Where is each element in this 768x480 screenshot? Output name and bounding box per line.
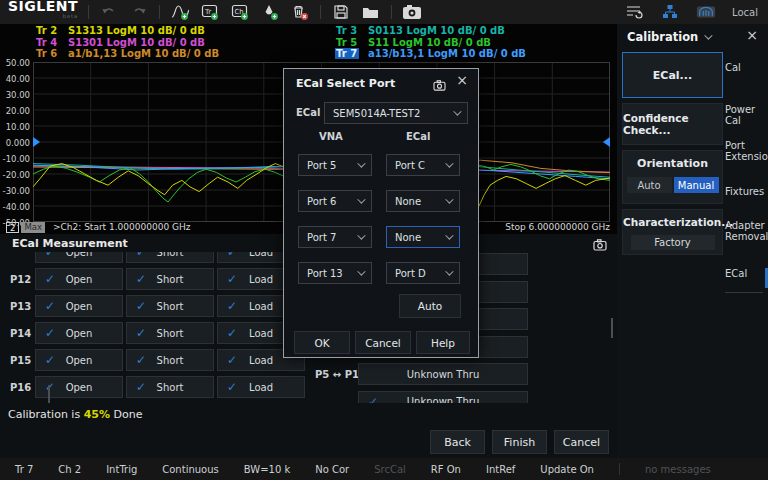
cal-standard-button-open[interactable]: ✓Open [35, 295, 123, 317]
status-item-tr-7[interactable]: Tr 7 [15, 464, 33, 475]
status-item-srccal[interactable]: SrcCal [374, 464, 406, 475]
auto-button[interactable]: Auto [399, 294, 461, 318]
sidebar-tab-adapter-removal[interactable]: Adapter Removal [725, 220, 765, 242]
ecal-model-select[interactable]: SEM5014A-TEST2 [324, 102, 468, 124]
sidebar-tab-cal[interactable]: Cal [725, 62, 765, 73]
camera-icon[interactable] [433, 76, 446, 95]
help-button[interactable]: Help [416, 331, 470, 354]
trace-info-tr-2[interactable]: Tr 2S1313 LogM 10 dB/ 0 dB [35, 25, 315, 37]
add-trace-icon[interactable]: Tr [200, 3, 220, 21]
orientation-manual-button[interactable]: Manual [674, 177, 719, 193]
trace-info-tr-3[interactable]: Tr 3S0113 LogM 10 dB/ 0 dB [335, 25, 615, 37]
sidebar-tab-fixtures[interactable]: Fixtures [725, 186, 765, 197]
trace-info-left: Tr 2S1313 LogM 10 dB/ 0 dBTr 4S1301 LogM… [35, 25, 315, 60]
ref-level-marker-left[interactable] [33, 137, 40, 147]
cal-standard-label: Load [249, 328, 273, 339]
task-queue-icon[interactable] [624, 3, 644, 21]
local-mode-label[interactable]: Local [732, 7, 760, 18]
vna-port-select-port-7[interactable]: Port 7 [298, 226, 372, 248]
sidebar-tab-port-extension[interactable]: Port Extension [725, 140, 765, 162]
ecal-button[interactable]: ECal... [622, 52, 723, 98]
cal-standard-button-short[interactable]: ✓Short [126, 349, 214, 371]
cal-standard-button-open[interactable]: ✓Open [35, 322, 123, 344]
network-icon[interactable] [660, 3, 680, 21]
orientation-auto-button[interactable]: Auto [627, 177, 672, 193]
cal-standard-button-load[interactable]: ✓Load [217, 376, 305, 398]
trace-info-tr-5[interactable]: Tr 5S11 LogM 10 dB/ 0 dB [335, 37, 615, 49]
y-axis-tick: 10.00 [0, 122, 30, 132]
ecal-port-select-port-7[interactable]: None [386, 226, 460, 248]
cal-standard-button-short[interactable]: ✓Short [126, 295, 214, 317]
cal-standard-button-short[interactable]: ✓Short [126, 376, 214, 398]
trace-info-tr-4[interactable]: Tr 4S1301 LogM 10 dB/ 0 dB [35, 37, 315, 49]
trace-id[interactable]: Tr 2 [35, 25, 59, 36]
save-icon[interactable] [331, 3, 351, 21]
cal-standard-button-unknown-thru[interactable]: Unknown Thru [358, 363, 528, 385]
status-item-rf-on[interactable]: RF On [431, 464, 461, 475]
y-axis-tick: 30.00 [0, 90, 30, 100]
cal-standard-button-open[interactable]: ✓Open [35, 252, 123, 263]
trace-id[interactable]: Tr 6 [35, 48, 59, 59]
y-axis-tick: 0.000 [0, 138, 30, 148]
vna-port-select-port-6[interactable]: Port 6 [298, 190, 372, 212]
trace-id[interactable]: Tr 3 [335, 25, 359, 36]
confidence-check-button[interactable]: Confidence Check... [622, 103, 723, 145]
status-item-inttrig[interactable]: IntTrig [106, 464, 137, 475]
close-icon[interactable]: × [746, 27, 758, 43]
back-button[interactable]: Back [430, 430, 485, 454]
ecal-port-select-port-6[interactable]: None [386, 190, 460, 212]
close-icon[interactable]: × [456, 73, 468, 87]
cal-standard-button-unknown-thru[interactable]: ✓Unknown Thru [358, 391, 528, 404]
status-item-update-on[interactable]: Update On [540, 464, 594, 475]
chevron-down-icon [357, 159, 365, 167]
undo-icon[interactable] [99, 3, 119, 21]
status-item-intref[interactable]: IntRef [486, 464, 515, 475]
max-badge[interactable]: Max [21, 222, 45, 233]
trace-description: S11 LogM 10 dB/ 0 dB [368, 37, 491, 48]
cal-standard-button-open[interactable]: ✓Open [35, 349, 123, 371]
add-measurement-icon[interactable] [170, 3, 190, 21]
select-value: None [395, 196, 421, 207]
status-item-bw-10-k[interactable]: BW=10 k [244, 464, 290, 475]
ecal-port-select-port-5[interactable]: Port C [386, 154, 460, 176]
sidebar-tab-ecal[interactable]: ECal [725, 268, 765, 279]
sidebar-title[interactable]: Calibration [627, 30, 710, 44]
sidebar-tab-power-cal[interactable]: Power Cal [725, 104, 765, 126]
cancel-button[interactable]: Cancel [554, 430, 609, 454]
status-item-ch-2[interactable]: Ch 2 [58, 464, 81, 475]
cal-standard-button-open[interactable]: ✓Open [35, 268, 123, 290]
check-icon: ✓ [136, 299, 146, 313]
status-item-continuous[interactable]: Continuous [162, 464, 218, 475]
ref-level-marker-right[interactable] [603, 137, 610, 147]
finish-button[interactable]: Finish [492, 430, 547, 454]
cal-standard-button-short[interactable]: ✓Short [126, 322, 214, 344]
delete-icon[interactable] [290, 3, 310, 21]
channel-badge[interactable]: 2 [6, 222, 19, 233]
ok-button[interactable]: OK [294, 331, 350, 354]
trace-id[interactable]: Tr 7 [335, 48, 359, 59]
remote-bridge-icon[interactable] [696, 3, 716, 21]
trace-id[interactable]: Tr 5 [335, 37, 359, 48]
screenshot-icon[interactable] [402, 3, 422, 21]
select-value: Port 13 [307, 268, 343, 279]
redo-icon[interactable] [129, 3, 149, 21]
cal-standard-button-short[interactable]: ✓Short [126, 268, 214, 290]
y-axis-labels: 50.0040.0030.0020.0010.000.000-10.00-20.… [0, 62, 30, 222]
table-scrollbar-left[interactable] [48, 385, 50, 403]
status-item-no-cor[interactable]: No Cor [315, 464, 349, 475]
trace-info-tr-7[interactable]: Tr 7a13/b13,1 LogM 10 dB/ 0 dB [335, 48, 615, 60]
trace-id[interactable]: Tr 4 [35, 37, 59, 48]
vna-port-select-port-5[interactable]: Port 5 [298, 154, 372, 176]
add-channel-icon[interactable]: Ch [230, 3, 250, 21]
chevron-down-icon [357, 231, 365, 239]
cal-standard-button-short[interactable]: ✓Short [126, 252, 214, 263]
trace-info-tr-6[interactable]: Tr 6a1/b1,13 LogM 10 dB/ 0 dB [35, 48, 315, 60]
add-marker-icon[interactable] [260, 3, 280, 21]
dialog-cancel-button[interactable]: Cancel [355, 331, 411, 354]
progress-prefix: Calibration is [8, 408, 80, 421]
vna-port-select-port-13[interactable]: Port 13 [298, 262, 372, 284]
ecal-port-select-port-13[interactable]: Port D [386, 262, 460, 284]
open-folder-icon[interactable] [361, 3, 381, 21]
table-scrollbar-right[interactable] [611, 318, 613, 338]
factory-button[interactable]: Factory [631, 235, 715, 250]
